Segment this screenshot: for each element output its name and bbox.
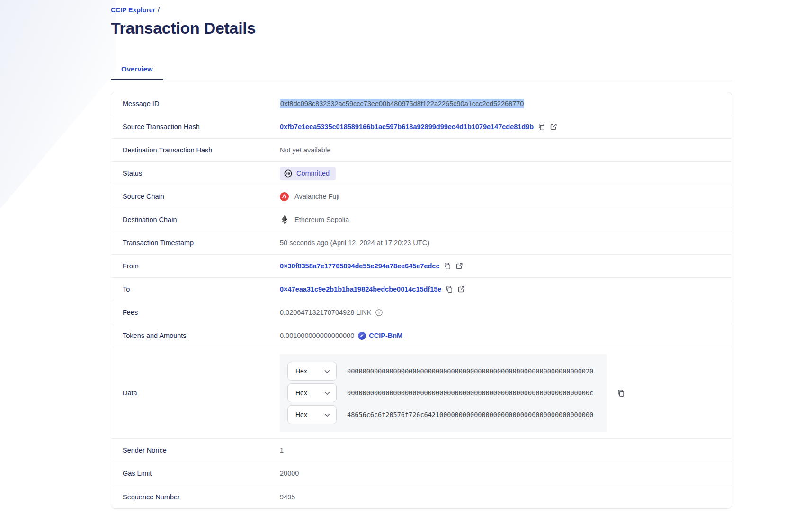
row-source-tx-hash: Source Transaction Hash 0xfb7e1eea5335c0…	[111, 115, 732, 139]
row-status: Status Committed	[111, 162, 732, 185]
row-gas-limit: Gas Limit 20000	[111, 462, 732, 485]
fees-value: 0.020647132170704928 LINK	[280, 309, 372, 316]
row-dest-chain: Destination Chain Ethereum Sepolia	[111, 208, 732, 231]
copy-icon[interactable]	[446, 285, 453, 293]
message-id-value[interactable]: 0xf8dc098c832332ac59ccc73ee00b480975d8f1…	[280, 99, 524, 108]
copy-icon[interactable]	[538, 123, 545, 131]
from-address-link[interactable]: 0×30f8358a7e17765894de55e294a78ee645e7ed…	[280, 262, 439, 270]
encoding-select[interactable]: Hex	[287, 362, 337, 381]
encoding-select[interactable]: Hex	[287, 383, 337, 402]
hex-data-value[interactable]: 0000000000000000000000000000000000000000…	[347, 367, 593, 375]
dest-chain-label: Destination Chain	[123, 216, 280, 223]
page-container: CCIP Explorer/ Transaction Details Overv…	[111, 0, 732, 509]
gas-limit-label: Gas Limit	[123, 470, 280, 477]
chevron-down-icon	[324, 367, 330, 375]
encoding-select-value: Hex	[295, 367, 307, 375]
row-data: Data Hex 0000000000000000000000000000000…	[111, 347, 732, 439]
avalanche-fuji-icon	[280, 192, 289, 201]
data-hex-panel: Hex 000000000000000000000000000000000000…	[280, 354, 607, 432]
copy-icon[interactable]	[617, 389, 625, 397]
data-label: Data	[123, 389, 280, 397]
source-tx-hash-label: Source Transaction Hash	[123, 123, 280, 131]
row-sequence-number: Sequence Number 9495	[111, 485, 732, 508]
status-committed-icon	[284, 169, 292, 178]
row-message-id: Message ID 0xf8dc098c832332ac59ccc73ee00…	[111, 92, 732, 115]
row-dest-tx-hash: Destination Transaction Hash Not yet ava…	[111, 139, 732, 162]
chevron-down-icon	[324, 411, 330, 418]
sender-nonce-value: 1	[280, 446, 284, 454]
ethereum-sepolia-icon	[280, 215, 289, 224]
row-to: To 0×47eaa31c9e2b1b1ba19824bedcbe0014c15…	[111, 278, 732, 301]
ccip-bnm-token-icon	[358, 332, 366, 340]
data-hex-line: Hex 000000000000000000000000000000000000…	[287, 362, 599, 381]
sequence-number-label: Sequence Number	[123, 493, 280, 501]
breadcrumb: CCIP Explorer/	[111, 6, 732, 14]
encoding-select-value: Hex	[295, 411, 307, 418]
token-link-label: CCIP-BnM	[369, 332, 402, 339]
transaction-details-card: Message ID 0xf8dc098c832332ac59ccc73ee00…	[111, 92, 732, 509]
external-link-icon[interactable]	[457, 285, 465, 293]
dest-chain-value: Ethereum Sepolia	[294, 216, 349, 223]
message-id-label: Message ID	[123, 100, 280, 107]
data-hex-line: Hex 000000000000000000000000000000000000…	[287, 383, 599, 402]
source-tx-hash-link[interactable]: 0xfb7e1eea5335c018589166b1ac597b618a9289…	[280, 123, 534, 131]
tab-bar: Overview	[111, 60, 732, 80]
tab-overview[interactable]: Overview	[111, 60, 163, 80]
tokens-amounts-label: Tokens and Amounts	[123, 332, 280, 339]
background-gradient-wedge	[0, 0, 116, 222]
copy-icon[interactable]	[444, 262, 451, 270]
timestamp-label: Transaction Timestamp	[123, 239, 280, 247]
page-title: Transaction Details	[111, 18, 732, 37]
to-label: To	[123, 285, 280, 293]
row-source-chain: Source Chain Avalanche Fuji	[111, 185, 732, 208]
external-link-icon[interactable]	[550, 123, 557, 131]
info-icon[interactable]	[375, 309, 383, 316]
encoding-select[interactable]: Hex	[287, 405, 337, 424]
row-tokens-amounts: Tokens and Amounts 0.001000000000000000	[111, 324, 732, 347]
source-chain-label: Source Chain	[123, 193, 280, 200]
fees-label: Fees	[123, 309, 280, 316]
row-from: From 0×30f8358a7e17765894de55e294a78ee64…	[111, 255, 732, 278]
row-fees: Fees 0.020647132170704928 LINK	[111, 301, 732, 324]
status-label: Status	[123, 169, 280, 177]
row-timestamp: Transaction Timestamp 50 seconds ago (Ap…	[111, 231, 732, 255]
timestamp-value: 50 seconds ago (April 12, 2024 at 17:20:…	[280, 239, 429, 247]
breadcrumb-separator: /	[158, 6, 160, 14]
status-badge-text: Committed	[296, 169, 330, 177]
source-chain-value: Avalanche Fuji	[294, 193, 339, 200]
sender-nonce-label: Sender Nonce	[123, 446, 280, 454]
encoding-select-value: Hex	[295, 389, 307, 397]
dest-tx-hash-label: Destination Transaction Hash	[123, 146, 280, 154]
hex-data-value[interactable]: 48656c6c6f20576f726c64210000000000000000…	[347, 411, 593, 418]
hex-data-value[interactable]: 0000000000000000000000000000000000000000…	[347, 389, 593, 397]
chevron-down-icon	[324, 389, 330, 397]
gas-limit-value: 20000	[280, 470, 299, 477]
external-link-icon[interactable]	[455, 262, 463, 270]
to-address-link[interactable]: 0×47eaa31c9e2b1b1ba19824bedcbe0014c15df1…	[280, 285, 441, 293]
data-hex-line: Hex 48656c6c6f20576f726c6421000000000000…	[287, 405, 599, 424]
sequence-number-value: 9495	[280, 493, 295, 501]
from-label: From	[123, 262, 280, 270]
token-link[interactable]: CCIP-BnM	[358, 332, 402, 340]
status-badge: Committed	[280, 167, 336, 180]
row-sender-nonce: Sender Nonce 1	[111, 439, 732, 462]
dest-tx-hash-value: Not yet available	[280, 146, 330, 154]
breadcrumb-ccip-explorer-link[interactable]: CCIP Explorer	[111, 6, 155, 14]
token-amount: 0.001000000000000000	[280, 332, 354, 339]
